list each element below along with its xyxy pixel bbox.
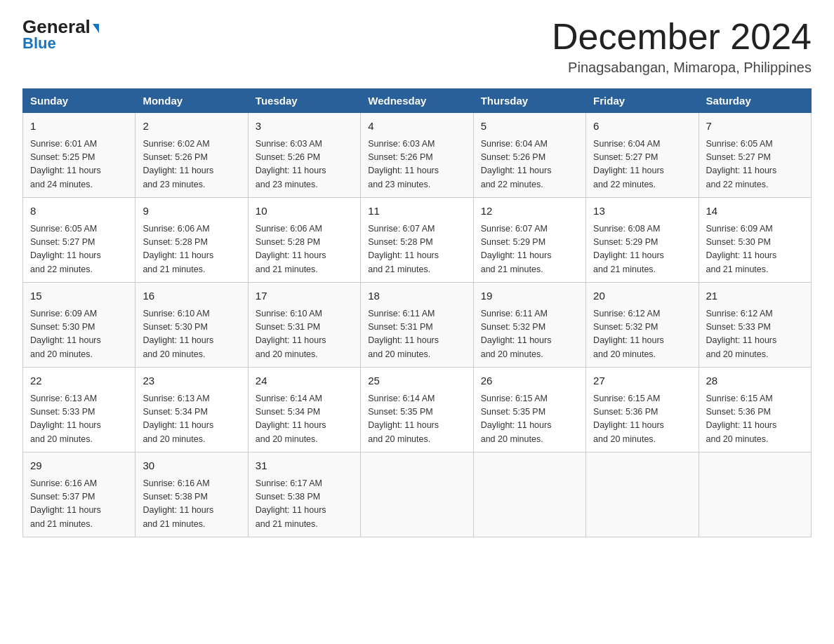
calendar-cell: 22Sunrise: 6:13 AMSunset: 5:33 PMDayligh… bbox=[23, 368, 135, 452]
day-info: Sunrise: 6:04 AMSunset: 5:26 PMDaylight:… bbox=[481, 137, 578, 192]
day-number: 30 bbox=[143, 458, 240, 474]
calendar-header-row: SundayMondayTuesdayWednesdayThursdayFrid… bbox=[23, 89, 812, 113]
calendar-cell bbox=[699, 452, 811, 537]
column-header-wednesday: Wednesday bbox=[361, 89, 473, 113]
day-number: 20 bbox=[593, 288, 691, 304]
column-header-saturday: Saturday bbox=[699, 89, 811, 113]
day-info: Sunrise: 6:03 AMSunset: 5:26 PMDaylight:… bbox=[256, 137, 353, 192]
calendar-cell: 26Sunrise: 6:15 AMSunset: 5:35 PMDayligh… bbox=[473, 368, 585, 452]
calendar-cell: 14Sunrise: 6:09 AMSunset: 5:30 PMDayligh… bbox=[699, 198, 811, 283]
day-number: 5 bbox=[481, 119, 578, 135]
calendar-cell: 19Sunrise: 6:11 AMSunset: 5:32 PMDayligh… bbox=[473, 283, 585, 368]
calendar-cell: 15Sunrise: 6:09 AMSunset: 5:30 PMDayligh… bbox=[23, 283, 135, 368]
calendar-cell: 2Sunrise: 6:02 AMSunset: 5:26 PMDaylight… bbox=[135, 113, 248, 198]
calendar-cell: 20Sunrise: 6:12 AMSunset: 5:32 PMDayligh… bbox=[586, 283, 699, 368]
day-info: Sunrise: 6:13 AMSunset: 5:33 PMDaylight:… bbox=[30, 392, 128, 447]
day-number: 12 bbox=[481, 203, 578, 220]
calendar-cell: 17Sunrise: 6:10 AMSunset: 5:31 PMDayligh… bbox=[248, 283, 360, 368]
day-number: 14 bbox=[706, 203, 804, 220]
calendar-cell: 31Sunrise: 6:17 AMSunset: 5:38 PMDayligh… bbox=[248, 452, 360, 537]
day-info: Sunrise: 6:12 AMSunset: 5:32 PMDaylight:… bbox=[593, 307, 691, 362]
day-info: Sunrise: 6:08 AMSunset: 5:29 PMDaylight:… bbox=[593, 222, 691, 277]
week-row-1: 1Sunrise: 6:01 AMSunset: 5:25 PMDaylight… bbox=[23, 113, 812, 198]
calendar-cell: 21Sunrise: 6:12 AMSunset: 5:33 PMDayligh… bbox=[699, 283, 811, 368]
day-number: 23 bbox=[143, 373, 240, 389]
day-info: Sunrise: 6:16 AMSunset: 5:37 PMDaylight:… bbox=[30, 477, 128, 532]
day-number: 6 bbox=[593, 119, 691, 135]
calendar-cell: 29Sunrise: 6:16 AMSunset: 5:37 PMDayligh… bbox=[23, 452, 135, 537]
day-number: 8 bbox=[30, 203, 128, 220]
day-number: 19 bbox=[481, 288, 578, 304]
day-number: 3 bbox=[256, 119, 353, 135]
calendar-table: SundayMondayTuesdayWednesdayThursdayFrid… bbox=[22, 88, 812, 537]
calendar-cell: 9Sunrise: 6:06 AMSunset: 5:28 PMDaylight… bbox=[135, 198, 248, 283]
day-number: 17 bbox=[256, 288, 353, 304]
day-info: Sunrise: 6:14 AMSunset: 5:34 PMDaylight:… bbox=[256, 392, 353, 447]
calendar-cell: 27Sunrise: 6:15 AMSunset: 5:36 PMDayligh… bbox=[586, 368, 699, 452]
calendar-cell: 4Sunrise: 6:03 AMSunset: 5:26 PMDaylight… bbox=[361, 113, 473, 198]
calendar-cell: 1Sunrise: 6:01 AMSunset: 5:25 PMDaylight… bbox=[23, 113, 135, 198]
calendar-cell bbox=[361, 452, 473, 537]
week-row-3: 15Sunrise: 6:09 AMSunset: 5:30 PMDayligh… bbox=[23, 283, 812, 368]
calendar-cell: 6Sunrise: 6:04 AMSunset: 5:27 PMDaylight… bbox=[586, 113, 699, 198]
column-header-tuesday: Tuesday bbox=[248, 89, 360, 113]
calendar-cell: 12Sunrise: 6:07 AMSunset: 5:29 PMDayligh… bbox=[473, 198, 585, 283]
day-info: Sunrise: 6:15 AMSunset: 5:35 PMDaylight:… bbox=[481, 392, 578, 447]
day-number: 1 bbox=[30, 119, 128, 135]
day-number: 24 bbox=[256, 373, 353, 389]
day-info: Sunrise: 6:09 AMSunset: 5:30 PMDaylight:… bbox=[30, 307, 128, 362]
day-info: Sunrise: 6:17 AMSunset: 5:38 PMDaylight:… bbox=[256, 477, 353, 532]
column-header-sunday: Sunday bbox=[23, 89, 135, 113]
calendar-cell: 11Sunrise: 6:07 AMSunset: 5:28 PMDayligh… bbox=[361, 198, 473, 283]
day-info: Sunrise: 6:06 AMSunset: 5:28 PMDaylight:… bbox=[256, 222, 353, 277]
day-info: Sunrise: 6:09 AMSunset: 5:30 PMDaylight:… bbox=[706, 222, 804, 277]
day-info: Sunrise: 6:13 AMSunset: 5:34 PMDaylight:… bbox=[143, 392, 240, 447]
day-number: 22 bbox=[30, 373, 128, 389]
day-info: Sunrise: 6:06 AMSunset: 5:28 PMDaylight:… bbox=[143, 222, 240, 277]
day-number: 13 bbox=[593, 203, 691, 220]
day-number: 15 bbox=[30, 288, 128, 304]
day-info: Sunrise: 6:05 AMSunset: 5:27 PMDaylight:… bbox=[706, 137, 804, 192]
logo: General Blue bbox=[22, 17, 99, 53]
calendar-cell: 8Sunrise: 6:05 AMSunset: 5:27 PMDaylight… bbox=[23, 198, 135, 283]
page-title: December 2024 bbox=[552, 17, 812, 57]
calendar-cell: 5Sunrise: 6:04 AMSunset: 5:26 PMDaylight… bbox=[473, 113, 585, 198]
day-number: 10 bbox=[256, 203, 353, 220]
day-info: Sunrise: 6:16 AMSunset: 5:38 PMDaylight:… bbox=[143, 477, 240, 532]
title-block: December 2024 Pinagsabangan, Mimaropa, P… bbox=[552, 17, 812, 76]
day-number: 28 bbox=[706, 373, 804, 389]
day-info: Sunrise: 6:01 AMSunset: 5:25 PMDaylight:… bbox=[30, 137, 128, 192]
subtitle: Pinagsabangan, Mimaropa, Philippines bbox=[552, 60, 812, 76]
column-header-friday: Friday bbox=[586, 89, 699, 113]
day-info: Sunrise: 6:15 AMSunset: 5:36 PMDaylight:… bbox=[706, 392, 804, 447]
calendar-cell bbox=[586, 452, 699, 537]
logo-line2: Blue bbox=[22, 34, 56, 53]
day-number: 27 bbox=[593, 373, 691, 389]
day-number: 31 bbox=[256, 458, 353, 474]
day-info: Sunrise: 6:12 AMSunset: 5:33 PMDaylight:… bbox=[706, 307, 804, 362]
calendar-cell: 24Sunrise: 6:14 AMSunset: 5:34 PMDayligh… bbox=[248, 368, 360, 452]
column-header-thursday: Thursday bbox=[473, 89, 585, 113]
calendar-cell: 16Sunrise: 6:10 AMSunset: 5:30 PMDayligh… bbox=[135, 283, 248, 368]
day-number: 26 bbox=[481, 373, 578, 389]
calendar-cell: 10Sunrise: 6:06 AMSunset: 5:28 PMDayligh… bbox=[248, 198, 360, 283]
day-number: 25 bbox=[368, 373, 465, 389]
day-number: 11 bbox=[368, 203, 465, 220]
day-number: 18 bbox=[368, 288, 465, 304]
day-info: Sunrise: 6:02 AMSunset: 5:26 PMDaylight:… bbox=[143, 137, 240, 192]
day-number: 21 bbox=[706, 288, 804, 304]
day-number: 2 bbox=[143, 119, 240, 135]
column-header-monday: Monday bbox=[135, 89, 248, 113]
day-info: Sunrise: 6:03 AMSunset: 5:26 PMDaylight:… bbox=[368, 137, 465, 192]
calendar-cell bbox=[473, 452, 585, 537]
calendar-cell: 30Sunrise: 6:16 AMSunset: 5:38 PMDayligh… bbox=[135, 452, 248, 537]
calendar-cell: 3Sunrise: 6:03 AMSunset: 5:26 PMDaylight… bbox=[248, 113, 360, 198]
day-number: 16 bbox=[143, 288, 240, 304]
day-number: 9 bbox=[143, 203, 240, 220]
week-row-4: 22Sunrise: 6:13 AMSunset: 5:33 PMDayligh… bbox=[23, 368, 812, 452]
day-info: Sunrise: 6:11 AMSunset: 5:31 PMDaylight:… bbox=[368, 307, 465, 362]
calendar-cell: 18Sunrise: 6:11 AMSunset: 5:31 PMDayligh… bbox=[361, 283, 473, 368]
calendar-cell: 25Sunrise: 6:14 AMSunset: 5:35 PMDayligh… bbox=[361, 368, 473, 452]
day-info: Sunrise: 6:15 AMSunset: 5:36 PMDaylight:… bbox=[593, 392, 691, 447]
day-info: Sunrise: 6:07 AMSunset: 5:28 PMDaylight:… bbox=[368, 222, 465, 277]
